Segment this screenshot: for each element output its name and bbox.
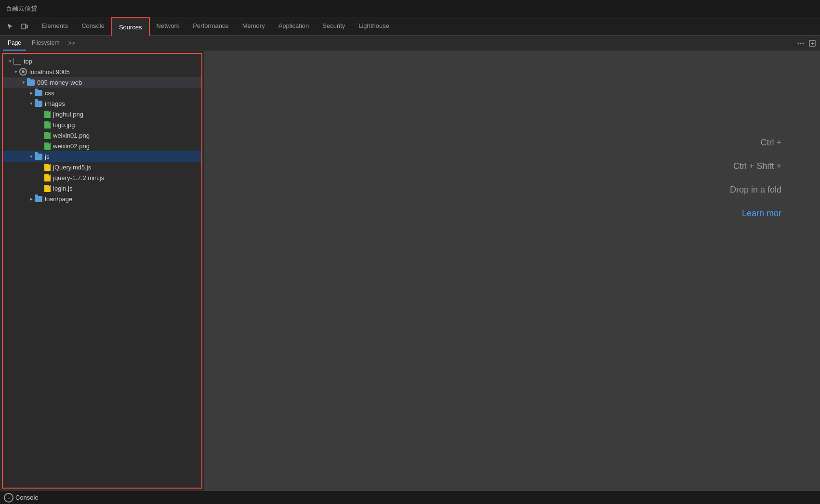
file-tree-sidebar: top localhost:9005 005-money-web: [0, 51, 205, 491]
tree-label-localhost: localhost:9005: [29, 68, 70, 76]
status-icon[interactable]: ○: [4, 493, 13, 503]
tab-application[interactable]: Application: [272, 17, 316, 35]
tab-performance[interactable]: Performance: [186, 17, 235, 35]
tab-memory[interactable]: Memory: [236, 17, 272, 35]
browser-bar: 百融云信贷: [0, 0, 820, 17]
tree-label-jquery-min: jquery-1.7.2.min.js: [53, 174, 104, 181]
tree-arrow-js: [28, 153, 35, 160]
devtools-header: ElementsConsoleSourcesNetworkPerformance…: [0, 17, 820, 36]
file-tree: top localhost:9005 005-money-web: [3, 54, 201, 206]
folder-icon-css: [35, 90, 42, 96]
file-icon-weixin01: [44, 132, 51, 139]
tab-more[interactable]: >>: [65, 38, 78, 49]
file-icon-login: [44, 185, 51, 192]
svg-point-4: [803, 42, 804, 44]
domain-icon: [19, 68, 27, 76]
tree-root-label: top: [24, 58, 32, 65]
status-label: Console: [15, 494, 39, 501]
tab-security[interactable]: Security: [316, 17, 352, 35]
browser-title: 百融云信贷: [6, 4, 37, 13]
tree-label-weixin02: weixin02.png: [53, 142, 90, 150]
folder-icon-js: [35, 154, 42, 160]
tree-item-weixin02[interactable]: weixin02.png: [3, 141, 201, 151]
folder-icon-loan-page: [35, 196, 42, 202]
file-icon-weixin02: [44, 142, 51, 150]
right-panel-hints: Ctrl + Ctrl + Shift + Drop in a fold Lea…: [730, 138, 781, 219]
file-icon-jinghui: [44, 111, 51, 118]
tab-console[interactable]: Console: [75, 17, 111, 35]
tree-label-loan-page: loan/page: [45, 195, 72, 203]
tree-item-js[interactable]: js: [3, 151, 201, 162]
tree-arrow-top: [7, 58, 13, 65]
file-tree-container: top localhost:9005 005-money-web: [2, 53, 202, 489]
tree-arrow-css: [28, 90, 35, 96]
folder-icon-money-web: [27, 79, 35, 86]
tree-arrow-images: [28, 100, 35, 107]
svg-point-2: [800, 42, 802, 44]
tree-arrow-money-web: [20, 79, 27, 86]
hint-drop: Drop in a fold: [730, 185, 781, 195]
tab-elements[interactable]: Elements: [35, 17, 75, 35]
main-content: top localhost:9005 005-money-web: [0, 51, 820, 491]
sync-icon[interactable]: [807, 39, 817, 48]
tree-item-images[interactable]: images: [3, 98, 201, 109]
tree-item-jinghui[interactable]: jinghui.png: [3, 109, 201, 119]
tree-arrow-loan-page: [28, 195, 35, 202]
folder-icon-images: [35, 101, 42, 107]
tree-item-loan-page[interactable]: loan/page: [3, 194, 201, 204]
device-toggle-icon[interactable]: [18, 20, 31, 33]
svg-rect-0: [22, 24, 26, 29]
tree-label-jquery-md5: jQuery.md5.js: [53, 164, 91, 171]
sub-tab-bar: Page Filesystem >>: [0, 36, 820, 51]
tree-item-jquery-md5[interactable]: jQuery.md5.js: [3, 162, 201, 172]
svg-point-3: [798, 42, 799, 44]
tree-arrow-localhost: [13, 68, 19, 75]
tree-label-images: images: [45, 100, 65, 107]
tab-filesystem[interactable]: Filesystem: [27, 36, 64, 51]
cursor-icon[interactable]: [4, 20, 16, 33]
tree-label-login: login.js: [53, 185, 72, 192]
frame-icon: [13, 58, 21, 65]
hint-ctrl-shift: Ctrl + Shift +: [733, 161, 781, 171]
tree-label-weixin01: weixin01.png: [53, 132, 90, 139]
add-folder-icon[interactable]: [796, 39, 806, 48]
tree-item-weixin01[interactable]: weixin01.png: [3, 130, 201, 141]
file-icon-jquery-min: [44, 174, 51, 181]
tree-root[interactable]: top: [3, 56, 201, 66]
tree-item-localhost[interactable]: localhost:9005: [3, 66, 201, 77]
tree-label-css: css: [45, 90, 54, 97]
learn-more-link[interactable]: Learn mor: [742, 208, 781, 219]
tree-item-jquery-min[interactable]: jquery-1.7.2.min.js: [3, 172, 201, 183]
devtools-left-icons: [0, 17, 35, 35]
tree-label-money-web: 005-money-web: [37, 79, 82, 86]
devtools-tabs: ElementsConsoleSourcesNetworkPerformance…: [35, 17, 820, 35]
tree-label-logo: logo.jpg: [53, 121, 75, 129]
tab-sources[interactable]: Sources: [111, 17, 150, 36]
tree-item-login[interactable]: login.js: [3, 183, 201, 194]
right-panel: Ctrl + Ctrl + Shift + Drop in a fold Lea…: [205, 51, 820, 491]
tab-page[interactable]: Page: [3, 36, 26, 51]
tree-item-css[interactable]: css: [3, 88, 201, 98]
tab-network[interactable]: Network: [150, 17, 186, 35]
tree-label-jinghui: jinghui.png: [53, 111, 83, 118]
tree-item-money-web[interactable]: 005-money-web: [3, 77, 201, 88]
svg-rect-1: [26, 25, 27, 28]
file-icon-logo: [44, 121, 51, 129]
tree-label-js: js: [45, 153, 49, 160]
file-icon-jquery-md5: [44, 164, 51, 171]
status-bar: ○ Console: [0, 491, 820, 504]
tab-lighthouse[interactable]: Lighthouse: [352, 17, 396, 35]
tree-item-logo[interactable]: logo.jpg: [3, 119, 201, 130]
hint-ctrl: Ctrl +: [760, 138, 781, 148]
